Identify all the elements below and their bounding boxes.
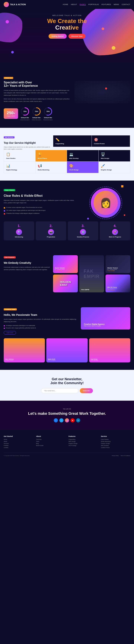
newsletter-section: Get our Newsletter,Join the Community! S… (0, 370, 134, 401)
brand-places-icon: 🏆 (38, 152, 42, 156)
newsletter-email-input[interactable] (41, 388, 78, 393)
stat-label: Happy Clients (7, 115, 15, 117)
services-tag: We Service (4, 136, 15, 138)
footer-link-blog[interactable]: Blog (36, 443, 66, 444)
about-right (74, 81, 130, 103)
footer-col-about: About Overview Team Blog Brand Guide (36, 436, 66, 449)
how-right: 👩 (81, 188, 130, 218)
step-4-icon: 🚀 (112, 229, 118, 235)
team-member-1-role: Creative Director (5, 360, 14, 361)
circle-wrap-3: 75% (43, 107, 53, 116)
twitter-icon[interactable]: t (59, 418, 63, 422)
logo[interactable]: TALK & ACTION (4, 2, 26, 7)
circle-label-1: Default title (21, 117, 29, 118)
about-desc2: Dolor nunc vel arcu rhoncus amet vitae s… (4, 98, 71, 103)
project-marble-title: Marble Texture (107, 267, 128, 269)
projects-title: We Embody Creativity (4, 261, 50, 264)
step-3-icon: ⚙️ (80, 229, 86, 235)
footer-link-uiux[interactable]: UI/UX Design (68, 445, 98, 446)
nav-features[interactable]: FEATURES (101, 4, 111, 6)
services-section: We Service Top Our Service Highlight Ult… (0, 128, 134, 180)
nav-home[interactable]: HOME (63, 4, 68, 6)
team-bullet-2: Et auctor velit, congue pellentise pelle… (4, 327, 78, 329)
footer-link-contact[interactable]: Contact (4, 447, 33, 448)
service-graphic-design: 🖌️ Graphic Design (99, 162, 130, 173)
project-marble: Marble Texture By : Amanda Martin Check … (105, 255, 130, 273)
nav-about[interactable]: ABOUT (71, 4, 77, 6)
how-image: 👩 (91, 188, 121, 218)
project-marble-check[interactable]: Check more ▶ (107, 270, 128, 271)
how-layout: How It Work Clear Rules & Visible Effect… (4, 188, 130, 218)
footer: Get Started Home About Services Portfoli… (0, 430, 134, 459)
youtube-icon[interactable]: ▶ (71, 418, 75, 422)
world-map (74, 81, 130, 103)
digital-strategy-name: Digital Strategy (6, 169, 17, 171)
project-cd-title: 80s CD Cover (107, 286, 128, 288)
project-space-check[interactable]: Check more ▶ (55, 270, 76, 271)
nav-portfolio[interactable]: PORTFOLIO (88, 4, 99, 6)
team-member-2-info: Maria Smith UI/UX Designer (48, 358, 56, 361)
footer-link-home[interactable]: Home (4, 439, 33, 440)
houzen-text: HOUZENEXIST (60, 280, 71, 286)
terms-link[interactable]: Terms & Conditions (121, 455, 130, 456)
instagram-icon[interactable]: ig (65, 418, 69, 422)
learn-more-button[interactable]: Learn more (4, 331, 16, 334)
footer-link-brand-guide[interactable]: Brand Guide (36, 445, 66, 446)
stats-row: 250+ Happy Clients 75% Default title Def… (4, 107, 130, 120)
how-dots: Si varius cursus vulputate augue. Proin … (4, 207, 77, 214)
footer-link-about[interactable]: About (4, 441, 33, 442)
nav-pages[interactable]: PAGES (80, 4, 86, 6)
footer-link-content-promo[interactable]: Content Promo (101, 447, 130, 448)
nav-contact[interactable]: CONTACT (122, 4, 130, 6)
team-bullet-1-dot (4, 325, 5, 326)
circle-label-3: Default title (44, 117, 52, 118)
services-title: Top Our Service Highlight (4, 141, 50, 144)
project-cd-check[interactable]: Check more ▶ (107, 289, 128, 290)
steps-row: 1. 🔍 Introducing 2. 📸 Preparation 3. ⚙️ … (4, 222, 130, 240)
step-3-name: Solution Process (77, 236, 89, 238)
footer-link-media-marketing[interactable]: Media Marketing (101, 441, 130, 442)
footer-link-graphic-design[interactable]: Graphic Design (68, 443, 98, 444)
linkedin-icon[interactable]: in (76, 418, 80, 422)
footer-col-title-4: Service (101, 436, 130, 437)
about-section: About Us Specialist with Over12+ Years o… (0, 68, 134, 128)
footer-link-web-develop[interactable]: Web Develop (101, 445, 130, 446)
getting-started-button[interactable]: Getting Started (49, 34, 67, 39)
team-photo-3: Lisa Brown Brand Manager (89, 338, 130, 362)
footer-link-case-studies[interactable]: Case Studies (101, 439, 130, 440)
team-member-1-info: Alex Johnson Creative Director (5, 358, 14, 361)
footer-link-overview[interactable]: Overview (36, 439, 66, 440)
subscribe-button[interactable]: Subscribe (80, 388, 93, 393)
step-3: 3. ⚙️ Solution Process (68, 222, 98, 240)
team-member-1-name: Alex Johnson (5, 358, 14, 360)
step-1-num: 1. (18, 224, 20, 228)
team-member-2-role: UI/UX Designer (48, 360, 56, 361)
nav-news[interactable]: NEWS (114, 4, 119, 6)
discover-now-button[interactable]: Discover Now (68, 34, 86, 39)
facebook-icon[interactable]: f (54, 418, 58, 422)
graphic-design-icon: 🖌️ (101, 164, 105, 168)
footer-link-portfolio[interactable]: Portfolio (4, 445, 33, 446)
footer-link-copywriting[interactable]: Copywriting (68, 439, 98, 440)
projects-left: Our Projects We Embody Creativity Commod… (4, 255, 50, 292)
privacy-policy-link[interactable]: Privacy Policy (112, 455, 119, 456)
footer-link-web-design[interactable]: Web Design (68, 441, 98, 442)
footer-grid: Get Started Home About Services Portfoli… (4, 436, 130, 449)
footer-link-services[interactable]: Services (4, 443, 33, 444)
services-grid: 📋 Case Studies 🏆 Brand Places 💻 Web Deve… (4, 150, 130, 173)
web-design-name: Web Design (101, 158, 109, 159)
stat-circle-3: 75% Default title Default description (43, 107, 53, 120)
how-desc: Etpossim voles sit amet volutpat's vitae… (4, 199, 77, 204)
circle-sublabel-1: Default description (20, 119, 30, 120)
step-2-name: Preparation (47, 236, 55, 238)
how-dot-3-circle (4, 213, 5, 214)
footer-link-team[interactable]: Team (36, 441, 66, 442)
circle-text-1: 75% (20, 107, 30, 116)
step-4-name: Work in Progress (109, 236, 121, 238)
footer-link-graphic-design-2[interactable]: Graphic Design (101, 443, 130, 444)
team-section: Creative Team Hello, We Passionate Team … (0, 300, 134, 370)
circle-label-2: Default title (32, 117, 41, 118)
cta-section: Talk with Me Let's make Something Great … (0, 401, 134, 430)
newsletter-form: Subscribe (4, 388, 130, 393)
team-member-3-name: Lisa Brown (91, 358, 98, 360)
